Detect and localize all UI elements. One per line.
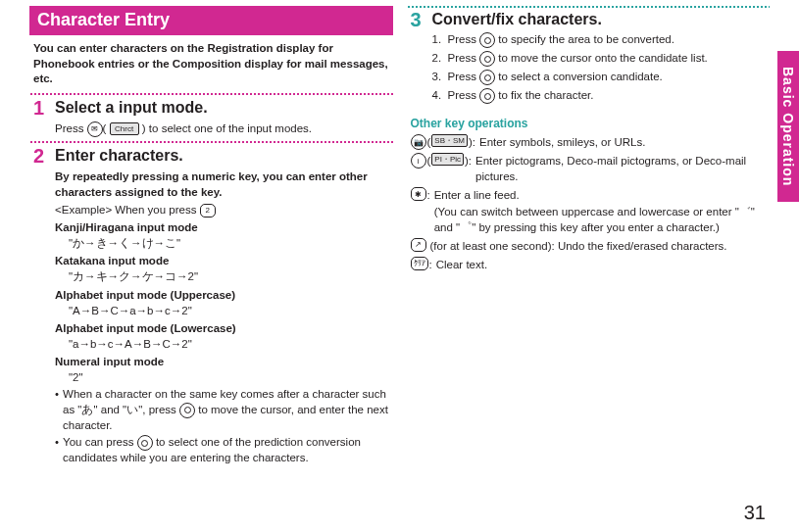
text: (for at least one second): Undo the fixe… [430, 238, 767, 254]
nav-key-icon [137, 435, 153, 451]
text: ) to select one of the input modes. [142, 122, 312, 134]
divider [29, 93, 393, 95]
mode-sequence: "2" [69, 369, 389, 385]
keyop-4: ↗ (for at least one second): Undo the fi… [407, 238, 771, 254]
text: to fix the character. [498, 89, 593, 101]
step-number: 1 [33, 98, 47, 137]
text: Press [55, 122, 87, 134]
text: Enter a line feed. [434, 189, 520, 201]
keyop-2: i(PI・Pic): Enter pictograms, Deco-mail p… [407, 153, 771, 184]
substep-4: 4. Press to fix the character. [432, 88, 767, 104]
substep-num: 1. [432, 32, 444, 48]
mode-title: Alphabet input mode (Lowercase) [55, 320, 389, 336]
pi-pic-softkey: PI・Pic [431, 153, 464, 166]
i-key-icon: i [411, 153, 426, 169]
text: Press [448, 89, 480, 101]
substep-num: 4. [432, 88, 444, 104]
step-title: Convert/fix characters. [432, 10, 767, 28]
text: Enter symbols, smileys, or URLs. [479, 134, 766, 150]
step-2-intro: By repeatedly pressing a numeric key, yo… [55, 169, 389, 200]
divider [407, 6, 771, 8]
mail-key-icon: ✉ [87, 121, 103, 137]
side-tab: Basic Operation [777, 51, 799, 202]
mode-sequence: "a→b→c→A→B→C→2" [69, 336, 389, 352]
left-column: Character Entry You can enter characters… [29, 6, 393, 522]
text: to select a conversion candidate. [498, 71, 663, 82]
bullet-dot-icon: • [55, 387, 59, 433]
text: to move the cursor onto the candidate li… [498, 52, 708, 64]
mode-title: Numeral input mode [55, 354, 389, 369]
substep-num: 3. [432, 70, 444, 85]
lead-text: You can enter characters on the Registra… [29, 41, 393, 87]
substep-2: 2. Press to move the cursor onto the can… [432, 51, 767, 67]
mode-title: Katakana input mode [55, 253, 389, 268]
right-column: 3 Convert/fix characters. 1. Press to sp… [401, 6, 771, 522]
step-title: Select a input mode. [55, 98, 389, 117]
page-number: 31 [744, 502, 766, 524]
step-number: 2 [33, 146, 47, 466]
keyop-3: ✱: Enter a line feed. (You can switch be… [407, 187, 771, 234]
key-2: 2 [200, 204, 216, 218]
chrct-softkey: Chrct [110, 122, 139, 135]
text: <Example> When you press [55, 204, 200, 216]
text: Enter pictograms, Deco-mail pictograms, … [475, 155, 746, 182]
star-key-icon: ✱ [411, 187, 426, 201]
nav-key-icon [479, 88, 495, 104]
step-number: 3 [411, 10, 424, 107]
keyop-1: 📷(SB・SM): Enter symbols, smileys, or URL… [407, 134, 771, 150]
section-header: Character Entry [29, 6, 393, 35]
step-2: 2 Enter characters. By repeatedly pressi… [29, 146, 393, 466]
mode-title: Alphabet input mode (Uppercase) [55, 287, 389, 303]
step-3: 3 Convert/fix characters. 1. Press to sp… [407, 10, 771, 107]
text: to specify the area to be converted. [498, 33, 674, 45]
step-1: 1 Select a input mode. Press ✉( Chrct ) … [29, 98, 393, 137]
text: Clear text. [436, 257, 766, 272]
sb-sm-softkey: SB・SM [431, 134, 468, 147]
example-line: <Example> When you press 2 [55, 202, 389, 218]
text: You can press [63, 436, 137, 448]
keyop-5: ｸﾘｱ: Clear text. [407, 257, 771, 272]
nav-key-icon [479, 32, 495, 48]
step-1-body: Press ✉( Chrct ) to select one of the in… [55, 121, 389, 137]
text: Press [448, 71, 480, 82]
mode-sequence: "A→B→C→a→b→c→2" [69, 303, 389, 318]
nav-key-icon [179, 403, 195, 418]
text: Press [448, 52, 480, 64]
mode-sequence: "カ→キ→ク→ケ→コ→2" [69, 268, 389, 284]
call-key-icon: ↗ [411, 238, 426, 252]
camera-key-icon: 📷 [411, 134, 426, 150]
bullet-dot-icon: • [55, 435, 59, 466]
bullet-1: • When a character on the same key comes… [55, 387, 389, 433]
substep-num: 2. [432, 51, 444, 67]
bullet-2: • You can press to select one of the pre… [55, 435, 389, 466]
step-title: Enter characters. [55, 146, 389, 165]
divider [29, 141, 393, 143]
mode-sequence: "か→き→く→け→こ" [69, 235, 389, 251]
other-key-ops-heading: Other key operations [411, 117, 771, 130]
substep-1: 1. Press to specify the area to be conve… [432, 32, 767, 48]
mode-title: Kanji/Hiragana input mode [55, 219, 389, 235]
nav-key-icon [479, 51, 495, 67]
nav-key-icon [479, 70, 495, 85]
text: Press [448, 33, 480, 45]
clear-key-icon: ｸﾘｱ [411, 257, 428, 270]
substep-3: 3. Press to select a conversion candidat… [432, 70, 767, 85]
text: (You can switch between uppercase and lo… [434, 206, 755, 233]
